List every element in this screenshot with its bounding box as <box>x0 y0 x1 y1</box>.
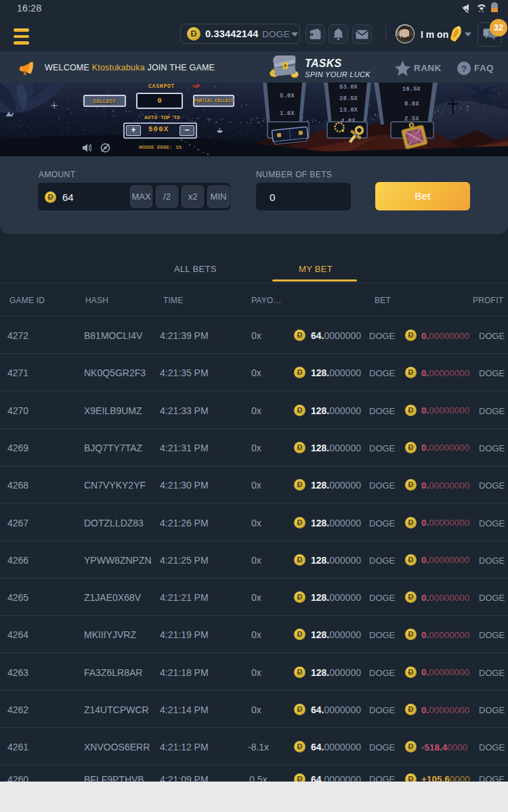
svg-text:?: ? <box>461 64 467 74</box>
